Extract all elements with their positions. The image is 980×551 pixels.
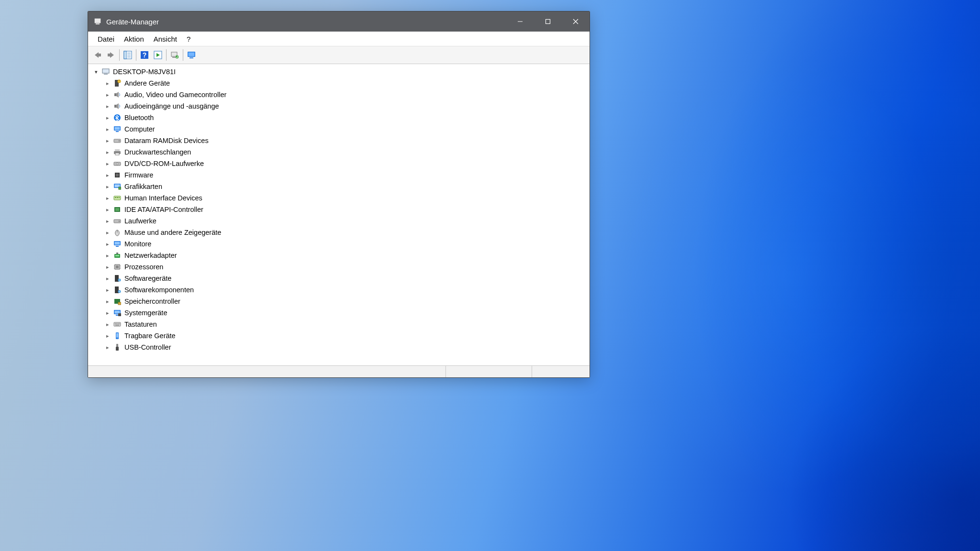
chevron-right-icon[interactable]: ▸ <box>104 100 111 112</box>
maximize-button[interactable] <box>534 11 562 32</box>
tree-item-label: Tastaturen <box>124 319 157 330</box>
chevron-right-icon[interactable]: ▸ <box>104 227 111 238</box>
chevron-right-icon[interactable]: ▸ <box>104 192 111 204</box>
tree-item-label: USB-Controller <box>124 342 171 353</box>
tree-item[interactable]: ▸IDE ATA/ATAPI-Controller <box>90 204 590 215</box>
chevron-right-icon[interactable]: ▸ <box>104 135 111 146</box>
svg-rect-91 <box>116 344 118 347</box>
tree-item[interactable]: ▸Audio, Video und Gamecontroller <box>90 89 590 100</box>
svg-rect-92 <box>116 347 119 351</box>
svg-rect-22 <box>102 69 109 73</box>
svg-rect-27 <box>114 93 116 96</box>
tree-item[interactable]: ▸Speichercontroller <box>90 296 590 307</box>
svg-rect-51 <box>115 208 119 211</box>
chevron-right-icon[interactable]: ▸ <box>104 250 111 261</box>
chevron-right-icon[interactable]: ▸ <box>104 238 111 250</box>
chevron-right-icon[interactable]: ▸ <box>104 89 111 100</box>
toolbar-monitor[interactable] <box>185 48 198 62</box>
mouse-icon <box>113 228 122 237</box>
chevron-right-icon[interactable]: ▸ <box>104 330 111 342</box>
svg-rect-47 <box>115 197 116 198</box>
chevron-right-icon[interactable]: ▸ <box>104 342 111 353</box>
device-tree[interactable]: ▾ DESKTOP-M8JV81I ▸?Andere Geräte▸Audio,… <box>88 64 590 365</box>
disc-icon <box>113 159 122 168</box>
toolbar-show-hide[interactable] <box>121 48 134 62</box>
tree-item[interactable]: ▸Computer <box>90 123 590 135</box>
tree-item[interactable]: ▸USB-Controller <box>90 342 590 353</box>
chevron-right-icon[interactable]: ▸ <box>104 296 111 307</box>
svg-point-90 <box>117 338 118 339</box>
network-icon <box>113 251 122 260</box>
toolbar: ? <box>88 46 590 64</box>
chevron-right-icon[interactable]: ▸ <box>104 146 111 158</box>
svg-rect-70 <box>115 275 119 282</box>
menu-file[interactable]: Datei <box>93 33 119 44</box>
chevron-right-icon[interactable]: ▸ <box>104 261 111 273</box>
tree-root[interactable]: ▾ DESKTOP-M8JV81I <box>90 66 590 77</box>
chevron-right-icon[interactable]: ▸ <box>104 77 111 89</box>
chevron-right-icon[interactable]: ▸ <box>104 319 111 330</box>
tree-item-label: Monitore <box>124 238 151 250</box>
tree-item[interactable]: ▸Monitore <box>90 238 590 250</box>
tree-item[interactable]: ▸Firmware <box>90 169 590 181</box>
tree-item[interactable]: ▸Softwarekomponenten <box>90 284 590 296</box>
toolbar-forward[interactable] <box>104 48 118 62</box>
menu-help[interactable]: ? <box>182 33 195 44</box>
chevron-right-icon[interactable]: ▸ <box>104 158 111 169</box>
storage-icon <box>113 297 122 306</box>
hid-icon <box>113 194 122 202</box>
tree-item[interactable]: ▸Grafikkarten <box>90 181 590 192</box>
tree-item-label: Netzwerkadapter <box>124 250 177 261</box>
tree-item[interactable]: ▸Audioeingänge und -ausgänge <box>90 100 590 112</box>
chevron-right-icon[interactable]: ▸ <box>104 307 111 319</box>
audio-icon <box>113 90 122 99</box>
svg-rect-32 <box>116 131 119 132</box>
printer-icon <box>113 148 122 156</box>
tree-item-label: Grafikkarten <box>124 181 162 192</box>
toolbar-action-run[interactable] <box>151 48 165 62</box>
tree-item[interactable]: ▸Laufwerke <box>90 215 590 227</box>
tree-item[interactable]: ▸Dataram RAMDisk Devices <box>90 135 590 146</box>
tree-item[interactable]: ▸DVD/CD-ROM-Laufwerke <box>90 158 590 169</box>
tree-item[interactable]: ▸Tastaturen <box>90 319 590 330</box>
svg-rect-6 <box>98 54 101 56</box>
toolbar-back[interactable] <box>91 48 104 62</box>
chevron-right-icon[interactable]: ▸ <box>104 181 111 192</box>
menu-view[interactable]: Ansicht <box>149 33 182 44</box>
close-button[interactable] <box>562 11 590 32</box>
window-buttons <box>506 11 590 32</box>
svg-rect-48 <box>117 197 118 198</box>
chevron-right-icon[interactable]: ▸ <box>104 123 111 135</box>
toolbar-scan-hardware[interactable] <box>168 48 181 62</box>
chevron-right-icon[interactable]: ▸ <box>104 273 111 284</box>
svg-rect-83 <box>115 323 116 324</box>
minimize-button[interactable] <box>506 11 534 32</box>
chevron-right-icon[interactable]: ▸ <box>104 112 111 123</box>
tree-item[interactable]: ▸Softwaregeräte <box>90 273 590 284</box>
tree-item[interactable]: ▸Druckwarteschlangen <box>90 146 590 158</box>
tree-item[interactable]: ▸Bluetooth <box>90 112 590 123</box>
tree-item[interactable]: ▸Systemgeräte <box>90 307 590 319</box>
software-icon <box>113 274 122 283</box>
tree-item-label: Audioeingänge und -ausgänge <box>124 100 219 112</box>
svg-rect-7 <box>108 54 111 56</box>
svg-rect-21 <box>189 57 193 58</box>
toolbar-help[interactable]: ? <box>138 48 151 62</box>
tree-item[interactable]: ▸?Andere Geräte <box>90 77 590 89</box>
chevron-right-icon[interactable]: ▸ <box>104 215 111 227</box>
chevron-right-icon[interactable]: ▸ <box>104 169 111 181</box>
chevron-down-icon[interactable]: ▾ <box>93 66 100 77</box>
chevron-right-icon[interactable]: ▸ <box>104 204 111 215</box>
svg-point-72 <box>119 280 120 281</box>
svg-rect-17 <box>172 57 176 58</box>
chevron-right-icon[interactable]: ▸ <box>104 284 111 296</box>
tree-item[interactable]: ▸Prozessoren <box>90 261 590 273</box>
menu-action[interactable]: Aktion <box>119 33 149 44</box>
tree-item[interactable]: ▸Tragbare Geräte <box>90 330 590 342</box>
svg-rect-20 <box>189 53 195 56</box>
svg-rect-86 <box>119 323 120 324</box>
tree-item[interactable]: ▸Human Interface Devices <box>90 192 590 204</box>
tree-item[interactable]: ▸Mäuse und andere Zeigegeräte <box>90 227 590 238</box>
tree-item[interactable]: ▸Netzwerkadapter <box>90 250 590 261</box>
svg-text:?: ? <box>143 51 147 59</box>
